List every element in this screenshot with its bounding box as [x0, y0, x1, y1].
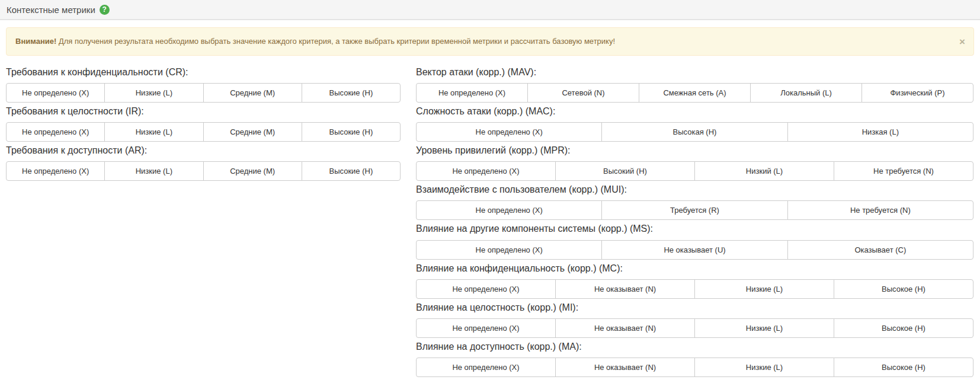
option-button-MI-3[interactable]: Высокое (H): [834, 318, 973, 338]
option-button-MAC-1[interactable]: Высокая (H): [601, 122, 787, 142]
metric-label-MUI: Взаимодействие с пользователем (корр.) (…: [416, 184, 973, 195]
metric-label-MS: Влияние на другие компоненты системы (ко…: [416, 223, 973, 234]
option-button-IR-0[interactable]: Не определено (X): [6, 122, 105, 142]
warning-alert-text: Для получения результата необходимо выбр…: [56, 37, 615, 46]
page-title: Контекстные метрики: [7, 5, 95, 15]
metrics-content: Требования к конфиденциальности (CR):Не …: [0, 63, 980, 380]
warning-alert-bold: Внимание!: [15, 37, 56, 46]
option-button-MI-2[interactable]: Низкие (L): [694, 318, 834, 338]
metric-label-MA: Влияние на доступность (корр.) (MA):: [416, 341, 973, 352]
metric-options-MPR: Не определено (X)Высокий (H)Низкий (L)Не…: [416, 161, 973, 181]
option-button-MAV-1[interactable]: Сетевой (N): [527, 83, 639, 103]
option-button-AR-0[interactable]: Не определено (X): [6, 161, 105, 181]
option-button-MUI-2[interactable]: Не требуется (N): [787, 200, 973, 220]
option-button-CR-3[interactable]: Высокие (H): [302, 83, 401, 103]
option-button-MC-2[interactable]: Низкие (L): [694, 279, 834, 299]
metric-group-MC: Влияние на конфиденциальность (корр.) (M…: [416, 263, 973, 299]
option-button-AR-1[interactable]: Низкие (L): [104, 161, 203, 181]
option-button-MAV-2[interactable]: Смежная сеть (A): [639, 83, 751, 103]
metric-group-AR: Требования к доступности (AR):Не определ…: [6, 145, 401, 181]
option-button-MS-1[interactable]: Не оказывает (U): [601, 240, 787, 260]
option-button-AR-2[interactable]: Средние (M): [203, 161, 302, 181]
metric-options-MS: Не определено (X)Не оказывает (U)Оказыва…: [416, 240, 973, 260]
option-button-MC-0[interactable]: Не определено (X): [416, 279, 556, 299]
option-button-MPR-3[interactable]: Не требуется (N): [834, 161, 973, 181]
metric-group-MI: Влияние на целостность (корр.) (MI):Не о…: [416, 302, 973, 338]
option-button-IR-1[interactable]: Низкие (L): [104, 122, 203, 142]
option-button-MPR-1[interactable]: Высокий (H): [555, 161, 695, 181]
option-button-MS-0[interactable]: Не определено (X): [416, 240, 602, 260]
close-icon[interactable]: ×: [959, 36, 965, 46]
metric-group-MUI: Взаимодействие с пользователем (корр.) (…: [416, 184, 973, 220]
metric-group-MPR: Уровень привилегий (корр.) (MPR):Не опре…: [416, 145, 973, 181]
metric-options-MAC: Не определено (X)Высокая (H)Низкая (L): [416, 122, 973, 142]
option-button-MPR-2[interactable]: Низкий (L): [694, 161, 834, 181]
option-button-IR-3[interactable]: Высокие (H): [302, 122, 401, 142]
left-column: Требования к конфиденциальности (CR):Не …: [6, 63, 401, 184]
metric-group-MS: Влияние на другие компоненты системы (ко…: [416, 223, 973, 259]
option-button-MI-0[interactable]: Не определено (X): [416, 318, 556, 338]
metric-options-MA: Не определено (X)Не оказывает (N)Низкие …: [416, 358, 973, 377]
option-button-MI-1[interactable]: Не оказывает (N): [555, 318, 695, 338]
metric-label-MI: Влияние на целостность (корр.) (MI):: [416, 302, 973, 313]
right-column: Вектор атаки (корр.) (MAV):Не определено…: [416, 63, 973, 380]
option-button-MA-0[interactable]: Не определено (X): [416, 358, 556, 377]
option-button-CR-2[interactable]: Средние (M): [203, 83, 302, 103]
metric-label-MAV: Вектор атаки (корр.) (MAV):: [416, 66, 973, 78]
metric-label-MC: Влияние на конфиденциальность (корр.) (M…: [416, 263, 973, 274]
metric-label-AR: Требования к доступности (AR):: [6, 145, 401, 156]
metric-options-MAV: Не определено (X)Сетевой (N)Смежная сеть…: [416, 83, 973, 103]
option-button-MA-2[interactable]: Низкие (L): [694, 358, 834, 377]
option-button-MAV-0[interactable]: Не определено (X): [416, 83, 528, 103]
option-button-MC-3[interactable]: Высокое (H): [834, 279, 973, 299]
metric-group-IR: Требования к целостности (IR):Не определ…: [6, 106, 401, 142]
option-button-AR-3[interactable]: Высокие (H): [302, 161, 401, 181]
option-button-CR-0[interactable]: Не определено (X): [6, 83, 105, 103]
metric-options-IR: Не определено (X)Низкие (L)Средние (M)Вы…: [6, 122, 401, 142]
metric-group-MAV: Вектор атаки (корр.) (MAV):Не определено…: [416, 66, 973, 103]
metric-group-MA: Влияние на доступность (корр.) (MA):Не о…: [416, 341, 973, 377]
option-button-MAV-4[interactable]: Физический (P): [861, 83, 973, 103]
option-button-MS-2[interactable]: Оказывает (C): [787, 240, 973, 260]
option-button-MUI-1[interactable]: Требуется (R): [601, 200, 787, 220]
panel-heading: Контекстные метрики ?: [0, 0, 980, 20]
metric-label-MAC: Сложность атаки (корр.) (MAC):: [416, 106, 973, 117]
option-button-MUI-0[interactable]: Не определено (X): [416, 200, 602, 220]
option-button-MAV-3[interactable]: Локальный (L): [750, 83, 862, 103]
metric-options-MUI: Не определено (X)Требуется (R)Не требует…: [416, 200, 973, 220]
option-button-IR-2[interactable]: Средние (M): [203, 122, 302, 142]
metric-options-AR: Не определено (X)Низкие (L)Средние (M)Вы…: [6, 161, 401, 181]
metric-options-MI: Не определено (X)Не оказывает (N)Низкие …: [416, 318, 973, 338]
metric-label-MPR: Уровень привилегий (корр.) (MPR):: [416, 145, 973, 156]
metric-options-CR: Не определено (X)Низкие (L)Средние (M)Вы…: [6, 83, 401, 103]
option-button-MC-1[interactable]: Не оказывает (N): [555, 279, 695, 299]
metric-label-CR: Требования к конфиденциальности (CR):: [6, 66, 401, 78]
help-icon[interactable]: ?: [100, 5, 110, 15]
metric-options-MC: Не определено (X)Не оказывает (N)Низкие …: [416, 279, 973, 299]
option-button-CR-1[interactable]: Низкие (L): [104, 83, 203, 103]
option-button-MA-3[interactable]: Высокое (H): [834, 358, 973, 377]
metric-group-CR: Требования к конфиденциальности (CR):Не …: [6, 66, 401, 103]
metric-label-IR: Требования к целостности (IR):: [6, 106, 401, 117]
option-button-MAC-0[interactable]: Не определено (X): [416, 122, 602, 142]
warning-alert: Внимание! Для получения результата необх…: [6, 27, 974, 56]
option-button-MPR-0[interactable]: Не определено (X): [416, 161, 556, 181]
option-button-MAC-2[interactable]: Низкая (L): [787, 122, 973, 142]
metric-group-MAC: Сложность атаки (корр.) (MAC):Не определ…: [416, 106, 973, 142]
option-button-MA-1[interactable]: Не оказывает (N): [555, 358, 695, 377]
